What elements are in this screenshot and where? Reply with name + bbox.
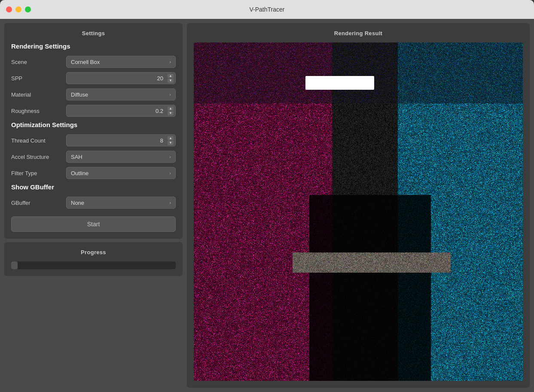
rendering-settings: Rendering Settings Scene Cornell Box › S… [11,43,176,117]
optimization-settings-title: Optimization Settings [11,121,176,128]
roughness-spinner[interactable]: ▲ ▼ [66,105,176,117]
spp-input[interactable] [67,75,175,82]
filter-type-row: Filter Type Outline › [11,167,176,179]
filter-chevron-icon: › [169,170,171,176]
spp-arrows: ▲ ▼ [168,74,174,83]
roughness-row: Roughness ▲ ▼ [11,105,176,117]
accel-structure-row: Accel Structure SAH › [11,151,176,163]
rendering-settings-title: Rendering Settings [11,43,176,50]
filter-type-dropdown[interactable]: Outline › [66,167,176,179]
thread-count-arrows: ▲ ▼ [168,136,174,145]
progress-section: Progress [4,242,183,276]
close-button[interactable] [6,6,12,12]
material-row: Material Diffuse › [11,88,176,100]
spp-spinner[interactable]: ▲ ▼ [66,72,176,84]
material-dropdown[interactable]: Diffuse › [66,88,176,100]
left-panel: Settings Rendering Settings Scene Cornel… [4,23,183,388]
roughness-label: Roughness [11,108,63,114]
spp-down-arrow[interactable]: ▼ [168,79,174,83]
rendering-canvas [194,43,523,381]
accel-chevron-icon: › [169,154,171,159]
gbuffer-chevron-icon: › [169,200,171,205]
render-output [194,43,523,381]
thread-count-row: Thread Count ▲ ▼ [11,134,176,146]
gbuffer-row: GBuffer None › [11,197,176,209]
spp-label: SPP [11,75,63,82]
maximize-button[interactable] [25,6,31,12]
gbuffer-title: Show GBuffer [11,183,176,191]
gbuffer-label: GBuffer [11,200,63,206]
spp-up-arrow[interactable]: ▲ [168,74,174,78]
thread-count-input[interactable] [67,137,175,144]
scene-dropdown[interactable]: Cornell Box › [66,56,176,68]
rendering-section: Rendering Result [187,23,530,388]
settings-panel: Settings Rendering Settings Scene Cornel… [4,23,183,239]
scene-label: Scene [11,59,63,65]
gbuffer-dropdown[interactable]: None › [66,197,176,209]
thread-count-up-arrow[interactable]: ▲ [168,136,174,140]
thread-count-label: Thread Count [11,137,63,144]
thread-count-spinner[interactable]: ▲ ▼ [66,134,176,146]
progress-bar-container [11,261,176,269]
material-label: Material [11,91,63,98]
rendering-header: Rendering Result [194,30,523,36]
title-bar: V-PathTracer [0,0,534,19]
roughness-down-arrow[interactable]: ▼ [168,111,174,115]
roughness-arrows: ▲ ▼ [168,106,174,115]
spp-row: SPP ▲ ▼ [11,72,176,84]
thread-count-down-arrow[interactable]: ▼ [168,141,174,145]
accel-structure-dropdown[interactable]: SAH › [66,151,176,163]
progress-bar-fill [11,261,18,269]
main-content: Settings Rendering Settings Scene Cornel… [0,19,534,392]
roughness-up-arrow[interactable]: ▲ [168,106,174,111]
render-white-rect [305,76,374,90]
scene-chevron-icon: › [169,59,171,64]
scene-row: Scene Cornell Box › [11,56,176,68]
window-controls[interactable] [6,6,31,12]
settings-header: Settings [11,30,176,36]
roughness-input[interactable] [67,108,175,114]
accel-structure-label: Accel Structure [11,154,63,160]
minimize-button[interactable] [15,6,21,12]
right-panel: Rendering Result [187,23,530,388]
start-button[interactable]: Start [11,216,176,232]
app-title: V-PathTracer [250,6,285,13]
optimization-settings: Optimization Settings Thread Count ▲ ▼ A… [11,121,176,179]
filter-type-label: Filter Type [11,170,63,176]
material-chevron-icon: › [169,92,171,97]
gbuffer-settings: Show GBuffer GBuffer None › [11,183,176,209]
progress-header: Progress [11,249,176,255]
